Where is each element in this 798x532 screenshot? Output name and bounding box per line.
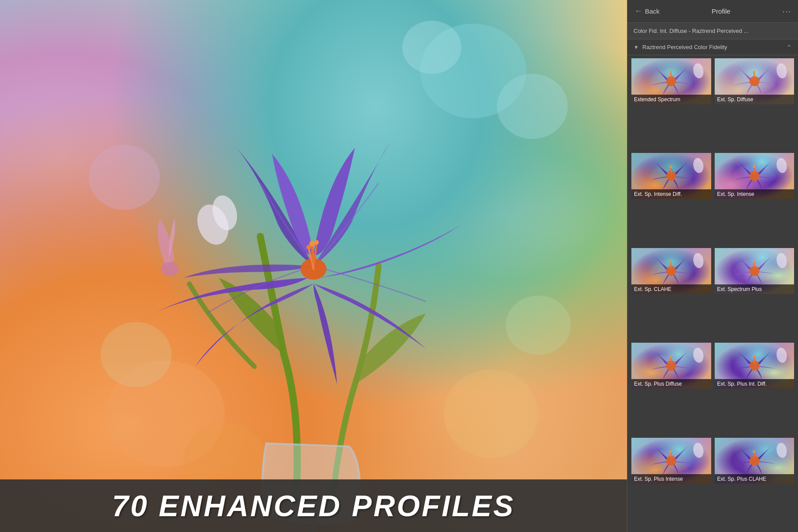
back-label: Back [645,7,659,15]
profile-card-ext-sp-plus-int-diff[interactable]: Ext. Sp. Plus Int. Diff. [714,342,795,434]
back-arrow-icon: ← [634,7,642,16]
svg-line-29 [671,168,671,173]
svg-line-57 [754,452,754,458]
svg-point-50 [752,355,755,358]
profile-card-ext-sp-diffuse[interactable]: Ext. Sp. Diffuse [714,58,795,150]
collapse-triangle-icon: ▼ [634,44,639,50]
svg-point-55 [692,442,705,458]
main-image-area: 70 ENHANCED PROFILES [0,0,627,532]
profile-card-ext-sp-clahe[interactable]: Ext. Sp. CLAHE [631,248,712,340]
svg-point-19 [161,262,178,276]
more-options-button[interactable]: ··· [782,6,791,16]
profile-card-extended-spectrum[interactable]: Extended Spectrum [631,58,712,150]
svg-point-27 [775,63,788,79]
banner-text: 70 ENHANCED PROFILES [112,489,515,523]
breadcrumb-bar: Color Fid. Int. Diffuse - Raztrend Perce… [627,23,798,39]
flower-background [0,0,627,532]
svg-point-2 [402,21,461,74]
profile-thumbnail-ext-sp-plus-intense: Ext. Sp. Plus Intense [631,438,711,484]
svg-line-53 [671,452,671,458]
section-header: ▼ Raztrend Perceived Color Fidelity ⌃ [627,39,798,55]
section-collapse-button[interactable]: ⌃ [787,44,792,51]
profile-thumbnail-ext-sp-plus-diffuse: Ext. Sp. Plus Diffuse [631,343,711,389]
svg-point-18 [306,245,311,249]
profile-card-ext-sp-intense[interactable]: Ext. Sp. Intense [714,153,795,245]
svg-point-42 [752,260,755,263]
profiles-grid: Extended Spectrum Ext. Sp. Diffuse Ext. … [627,55,798,532]
svg-point-6 [444,369,538,458]
profile-thumbnail-ext-sp-plus-int-diff: Ext. Sp. Plus Int. Diff. [715,343,794,389]
svg-line-37 [671,262,671,268]
profile-label-ext-sp-plus-int-diff: Ext. Sp. Plus Int. Diff. [715,379,794,389]
profile-label-ext-sp-plus-diffuse: Ext. Sp. Plus Diffuse [631,379,711,389]
svg-point-58 [752,450,755,453]
breadcrumb-text: Color Fid. Int. Diffuse - Raztrend Perce… [634,28,748,34]
profile-label-ext-spectrum-plus: Ext. Spectrum Plus [715,284,794,294]
svg-point-38 [670,260,672,263]
bottom-banner: 70 ENHANCED PROFILES [0,479,627,532]
svg-point-34 [752,166,755,168]
main-image [0,0,627,532]
profile-label-ext-sp-diffuse: Ext. Sp. Diffuse [715,95,794,104]
right-panel: ← Back Profile ··· Color Fid. Int. Diffu… [627,0,798,532]
profile-thumbnail-extended-spectrum: Extended Spectrum [631,58,711,104]
svg-line-41 [754,262,754,268]
svg-point-23 [692,63,705,79]
profile-card-ext-sp-plus-diffuse[interactable]: Ext. Sp. Plus Diffuse [631,342,712,434]
svg-point-5 [100,322,171,387]
svg-point-43 [775,252,788,269]
svg-point-54 [670,450,672,453]
profile-card-ext-sp-plus-intense[interactable]: Ext. Sp. Plus Intense [631,437,712,529]
profile-thumbnail-ext-sp-plus-clahe: Ext. Sp. Plus CLAHE [715,438,794,484]
profile-label-ext-sp-intense-diff: Ext. Sp. Intense Diff. [631,189,711,199]
svg-line-45 [671,358,671,363]
svg-point-7 [89,145,160,209]
profile-thumbnail-ext-sp-clahe: Ext. Sp. CLAHE [631,248,711,294]
svg-point-8 [506,295,570,355]
profile-card-ext-spectrum-plus[interactable]: Ext. Spectrum Plus [714,248,795,340]
svg-point-59 [775,442,788,458]
svg-point-1 [497,74,568,139]
profile-card-ext-sp-plus-clahe[interactable]: Ext. Sp. Plus CLAHE [714,437,795,529]
profile-label-extended-spectrum: Extended Spectrum [631,95,711,104]
back-button[interactable]: ← Back [634,7,659,16]
svg-point-47 [692,347,705,364]
profile-card-ext-sp-intense-diff[interactable]: Ext. Sp. Intense Diff. [631,153,712,245]
svg-line-49 [754,358,754,363]
svg-point-51 [775,347,788,364]
panel-title: Profile [659,7,782,15]
svg-line-25 [754,73,754,78]
svg-point-46 [670,355,672,358]
profile-label-ext-sp-intense: Ext. Sp. Intense [715,189,794,199]
svg-point-39 [692,252,705,269]
panel-header: ← Back Profile ··· [627,0,798,23]
flower-svg [0,0,627,532]
svg-point-26 [752,71,755,74]
profile-thumbnail-ext-sp-diffuse: Ext. Sp. Diffuse [715,58,794,104]
svg-point-35 [775,157,788,174]
svg-line-33 [754,168,754,173]
svg-point-17 [314,240,319,245]
svg-point-31 [692,157,705,174]
profile-label-ext-sp-plus-intense: Ext. Sp. Plus Intense [631,474,711,484]
profile-thumbnail-ext-spectrum-plus: Ext. Spectrum Plus [715,248,794,294]
profile-thumbnail-ext-sp-intense-diff: Ext. Sp. Intense Diff. [631,153,711,199]
svg-point-30 [670,166,672,168]
svg-line-21 [671,73,671,78]
profile-label-ext-sp-clahe: Ext. Sp. CLAHE [631,284,711,294]
svg-point-22 [670,71,672,74]
profile-label-ext-sp-plus-clahe: Ext. Sp. Plus CLAHE [715,474,794,484]
profile-thumbnail-ext-sp-intense: Ext. Sp. Intense [715,153,794,199]
section-title: Raztrend Perceived Color Fidelity [642,44,787,50]
